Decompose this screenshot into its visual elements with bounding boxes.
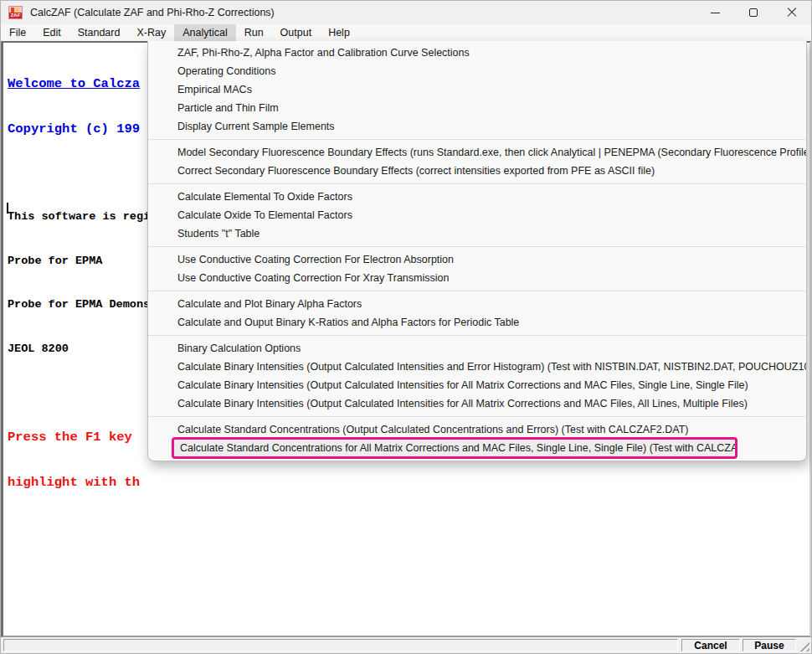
status-panel-main bbox=[3, 639, 678, 651]
menu-item-students-t-table[interactable]: Students "t" Table bbox=[148, 224, 806, 243]
resize-grip[interactable] bbox=[798, 640, 809, 651]
title-bar: ZAF CalcZAF (Calculate ZAF and Phi-Rho-Z… bbox=[1, 1, 811, 24]
menu-item-particle-thin-film[interactable]: Particle and Thin Film bbox=[148, 99, 806, 117]
menu-item-output-binary-kratios[interactable]: Calculate and Ouput Binary K-Ratios and … bbox=[148, 313, 806, 332]
close-button[interactable] bbox=[773, 1, 811, 24]
menu-separator bbox=[148, 287, 806, 295]
analytical-dropdown-menu: ZAF, Phi-Rho-Z, Alpha Factor and Calibra… bbox=[147, 41, 807, 461]
pause-button[interactable]: Pause bbox=[743, 639, 796, 651]
menu-item-standard-concentrations-all-highlighted[interactable]: Calculate Standard Concentrations for Al… bbox=[172, 437, 737, 459]
status-bar: Cancel Pause bbox=[1, 637, 811, 653]
menubar-item-xray[interactable]: X-Ray bbox=[128, 24, 174, 41]
menu-item-operating-conditions[interactable]: Operating Conditions bbox=[148, 62, 806, 80]
menu-separator bbox=[148, 332, 806, 339]
app-icon-label: ZAF bbox=[9, 13, 22, 18]
maximize-icon bbox=[749, 8, 758, 17]
menu-separator bbox=[148, 243, 806, 250]
menu-item-binary-intensities-single-line[interactable]: Calculate Binary Intensities (Output Cal… bbox=[148, 376, 806, 394]
minimize-icon bbox=[711, 13, 720, 13]
app-icon: ZAF bbox=[8, 6, 23, 19]
menubar-item-edit[interactable]: Edit bbox=[34, 24, 69, 41]
menu-item-empirical-macs[interactable]: Empirical MACs bbox=[148, 80, 806, 99]
app-window: ZAF CalcZAF (Calculate ZAF and Phi-Rho-Z… bbox=[0, 0, 812, 654]
menubar-item-file[interactable]: File bbox=[1, 24, 34, 41]
menu-item-correct-secondary-fluorescence[interactable]: Correct Secondary Fluorescence Boundary … bbox=[148, 162, 806, 180]
menu-item-model-secondary-fluorescence[interactable]: Model Secondary Fluorescence Boundary Ef… bbox=[148, 143, 806, 162]
menu-item-coating-electron-absorption[interactable]: Use Conductive Coating Correction For El… bbox=[148, 250, 806, 269]
menu-item-binary-calculation-options[interactable]: Binary Calculation Options bbox=[148, 339, 806, 358]
cancel-button[interactable]: Cancel bbox=[681, 639, 740, 651]
menu-item-binary-intensities-all-lines[interactable]: Calculate Binary Intensities (Output Cal… bbox=[148, 394, 806, 413]
maximize-button[interactable] bbox=[734, 1, 773, 24]
menu-separator bbox=[148, 180, 806, 188]
menubar-item-run[interactable]: Run bbox=[236, 24, 272, 41]
menu-item-coating-xray-transmission[interactable]: Use Conductive Coating Correction For Xr… bbox=[148, 269, 806, 287]
log-line-highlight: highlight with th bbox=[8, 475, 809, 490]
menu-separator bbox=[148, 136, 806, 143]
menu-item-plot-binary-alpha-factors[interactable]: Calculate and Plot Binary Alpha Factors bbox=[148, 295, 806, 313]
menubar-item-standard[interactable]: Standard bbox=[69, 24, 129, 41]
menubar-item-help[interactable]: Help bbox=[320, 24, 358, 41]
menubar-item-analytical[interactable]: Analytical bbox=[174, 24, 236, 41]
minimize-button[interactable] bbox=[696, 1, 734, 24]
menu-item-standard-concentrations[interactable]: Calculate Standard Concentrations (Outpu… bbox=[148, 420, 806, 439]
menubar-item-output[interactable]: Output bbox=[272, 24, 321, 41]
menu-bar: File Edit Standard X-Ray Analytical Run … bbox=[1, 24, 811, 41]
menu-item-binary-intensities-histogram[interactable]: Calculate Binary Intensities (Output Cal… bbox=[148, 358, 806, 376]
window-title: CalcZAF (Calculate ZAF and Phi-Rho-Z Cor… bbox=[30, 7, 275, 18]
menu-item-oxide-to-elemental[interactable]: Calculate Oxide To Elemental Factors bbox=[148, 206, 806, 224]
close-icon bbox=[787, 8, 797, 18]
menu-item-zaf-selections[interactable]: ZAF, Phi-Rho-Z, Alpha Factor and Calibra… bbox=[148, 44, 806, 62]
menu-item-elemental-to-oxide[interactable]: Calculate Elemental To Oxide Factors bbox=[148, 188, 806, 206]
caption-buttons bbox=[696, 1, 811, 24]
menu-item-display-sample-elements[interactable]: Display Current Sample Elements bbox=[148, 117, 806, 136]
text-caret bbox=[7, 203, 8, 214]
menu-separator bbox=[148, 413, 806, 420]
